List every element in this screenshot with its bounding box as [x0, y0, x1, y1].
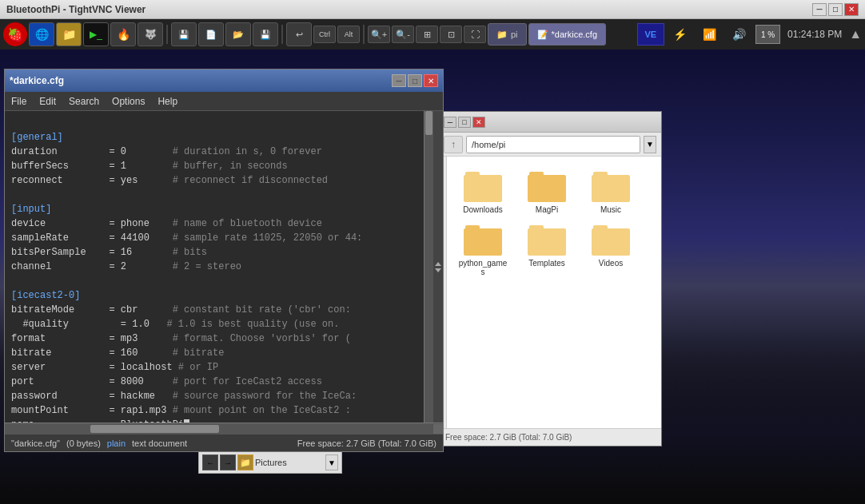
- editor-bottom-scrollbar: [5, 423, 443, 434]
- menu-help[interactable]: Help: [157, 96, 177, 107]
- editor-titlebar: *darkice.cfg ─ □ ✕: [5, 69, 443, 92]
- editor-minimize-button[interactable]: ─: [392, 74, 406, 87]
- editor-text[interactable]: [general] duration = 0 # duration in s, …: [5, 111, 424, 423]
- music-folder-icon: [592, 169, 630, 202]
- taskbar-right: VE ⚡ 📶 🔊 1 % 01:24:18 PM ▲: [637, 22, 862, 46]
- fm-up-button[interactable]: ↑: [444, 136, 463, 153]
- folder-magpi[interactable]: MagPi: [519, 169, 575, 214]
- editor-resize-handle[interactable]: [433, 111, 443, 423]
- status-type-link[interactable]: plain: [107, 439, 126, 448]
- fire-icon: 🔥: [117, 28, 130, 41]
- fm-minimize-button[interactable]: ─: [444, 117, 456, 128]
- code-port: port = 8000: [11, 376, 173, 387]
- vnc-title: BluetoothPi - TightVNC Viewer: [6, 4, 145, 15]
- open-icon: 📂: [233, 30, 244, 40]
- comment-bits: # bits: [173, 247, 207, 258]
- folder-templates[interactable]: Templates: [519, 222, 575, 276]
- code-samplerate: sampleRate = 44100: [11, 232, 173, 244]
- folder-python-games[interactable]: python_games: [455, 222, 511, 276]
- zoom-fit-button[interactable]: ⊞: [416, 26, 438, 43]
- tab-darkice[interactable]: 📝 *darkice.cfg: [528, 23, 606, 46]
- code-duration: duration = 0: [11, 146, 173, 157]
- vnc-restore-button[interactable]: □: [828, 3, 843, 16]
- python-games-folder-label: python_games: [457, 259, 509, 276]
- vnc-close-button[interactable]: ✕: [844, 3, 859, 16]
- editor-window: *darkice.cfg ─ □ ✕ File Edit Search Opti…: [4, 69, 444, 452]
- new-doc-button[interactable]: 📄: [198, 22, 224, 46]
- nav-back-button[interactable]: ←: [202, 454, 218, 470]
- battery-indicator: 1 %: [755, 25, 780, 44]
- fm-address-bar[interactable]: /home/pi: [466, 136, 640, 153]
- comment-format: # format. Choose 'vorbis' for (: [173, 333, 351, 344]
- save-button[interactable]: 💾: [253, 22, 278, 46]
- magpi-folder-icon: [528, 169, 566, 202]
- zoom-in-button[interactable]: 🔍+: [368, 26, 390, 43]
- editor-content-area: [general] duration = 0 # duration in s, …: [5, 111, 443, 423]
- status-type-text: text document: [132, 439, 187, 448]
- floppy-button[interactable]: 💾: [171, 22, 197, 46]
- tab-pi-label: pi: [511, 30, 518, 39]
- fm-bottom-nav: ← → 📁 Pictures ▼: [198, 451, 342, 474]
- code-server: server = localhost: [11, 362, 178, 373]
- wolf-button[interactable]: 🐺: [138, 22, 163, 46]
- comment-buffersecs: # buffer, in seconds: [173, 161, 288, 172]
- new-doc-icon: 📄: [205, 30, 217, 40]
- comment-password: # source password for the IceCa:: [173, 391, 357, 402]
- fm-close-button[interactable]: ✕: [472, 117, 485, 128]
- zoom-actual-button[interactable]: ⊡: [440, 26, 462, 43]
- fm-restore-button[interactable]: □: [458, 117, 471, 128]
- fm-address-dropdown[interactable]: ▼: [644, 136, 656, 153]
- editor-close-button[interactable]: ✕: [424, 74, 438, 87]
- nav-dropdown-button[interactable]: ▼: [325, 454, 338, 470]
- folder-music[interactable]: Music: [583, 169, 639, 214]
- folder-downloads[interactable]: Downloads: [455, 169, 511, 214]
- videos-folder-label: Videos: [599, 259, 623, 268]
- videos-folder-icon: [592, 222, 630, 256]
- comment-duration: # duration in s, 0 forever: [173, 146, 322, 157]
- folder-button[interactable]: 📁: [56, 22, 82, 46]
- menu-file[interactable]: File: [11, 96, 26, 107]
- open-button[interactable]: 📂: [225, 22, 251, 46]
- editor-scroll-thumb-v[interactable]: [425, 111, 432, 135]
- fire-button[interactable]: 🔥: [110, 22, 136, 46]
- terminal-button[interactable]: ▶_: [83, 22, 109, 46]
- magpi-folder-label: MagPi: [536, 205, 558, 214]
- taskbar-up-arrow[interactable]: ▲: [849, 27, 862, 42]
- zoom-out-button[interactable]: 🔍-: [392, 26, 414, 43]
- menu-search[interactable]: Search: [69, 96, 99, 107]
- code-bitratemode: bitrateMode = cbr: [11, 304, 173, 315]
- terminal-icon: ▶_: [90, 29, 102, 40]
- menu-options[interactable]: Options: [112, 96, 145, 107]
- fullscreen-button[interactable]: ⛶: [464, 26, 486, 43]
- templates-folder-label: Templates: [528, 259, 565, 268]
- resize-up-icon: [435, 262, 441, 266]
- ctrl-button[interactable]: Ctrl: [313, 26, 336, 43]
- editor-title: *darkice.cfg: [10, 75, 64, 86]
- tab-darkice-label: *darkice.cfg: [552, 30, 597, 39]
- editor-restore-button[interactable]: □: [408, 74, 422, 87]
- fm-window-controls: ─ □ ✕: [444, 117, 485, 128]
- rpi-logo-button[interactable]: 🍓: [3, 22, 27, 46]
- fm-folder-grid: Downloads MagPi Music python_games: [447, 157, 661, 428]
- tab-pi[interactable]: 📁 pi: [488, 23, 527, 46]
- menu-edit[interactable]: Edit: [39, 96, 56, 107]
- vnc-minimize-button[interactable]: ─: [812, 3, 827, 16]
- globe-button[interactable]: 🌐: [29, 22, 54, 46]
- nav-forward-button[interactable]: →: [220, 454, 236, 470]
- floppy-icon: 💾: [178, 30, 189, 40]
- editor-vertical-scrollbar[interactable]: [424, 111, 433, 423]
- comment-port: # port for IceCast2 access: [173, 376, 322, 387]
- editor-horizontal-scrollbar[interactable]: [5, 424, 433, 434]
- comment-bitratemode: # constant bit rate ('cbr' con:: [173, 304, 351, 315]
- resize-down-icon: [435, 268, 441, 272]
- undo-button[interactable]: ↩: [286, 22, 312, 46]
- editor-scroll-thumb-h[interactable]: [90, 425, 219, 433]
- clock-display: 01:24:18 PM: [783, 29, 847, 40]
- music-folder-label: Music: [600, 205, 621, 214]
- folder-videos[interactable]: Videos: [583, 222, 639, 276]
- status-filename: "darkice.cfg": [11, 439, 60, 448]
- comment-samplerate: # sample rate 11025, 22050 or 44:: [173, 232, 363, 244]
- fm-titlebar: ─ □ ✕: [439, 112, 661, 133]
- alt-button[interactable]: Alt: [337, 26, 360, 43]
- comment-quality: # 1.0 is best quality (use on.: [166, 319, 339, 330]
